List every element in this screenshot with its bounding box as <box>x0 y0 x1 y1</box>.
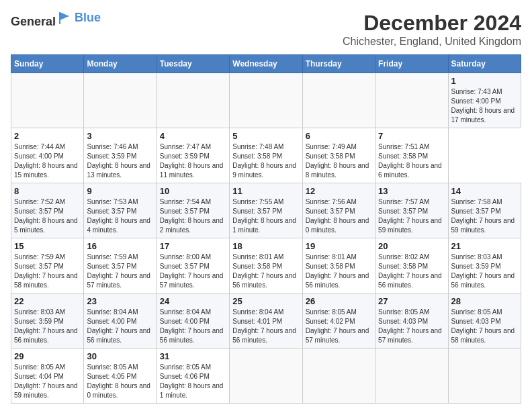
day-number: 9 <box>87 186 153 196</box>
day-info: Sunrise: 8:01 AMSunset: 3:58 PMDaylight:… <box>232 253 299 290</box>
calendar-day-14: 14Sunrise: 7:58 AMSunset: 3:57 PMDayligh… <box>448 183 521 238</box>
day-number: 27 <box>378 296 445 306</box>
day-number: 10 <box>160 186 226 196</box>
empty-cell <box>230 73 302 128</box>
weekday-row: SundayMondayTuesdayWednesdayThursdayFrid… <box>11 55 521 73</box>
calendar-week-5: 22Sunrise: 8:03 AMSunset: 3:59 PMDayligh… <box>11 293 521 349</box>
day-info: Sunrise: 7:49 AMSunset: 3:58 PMDaylight:… <box>306 142 372 180</box>
weekday-header-saturday: Saturday <box>448 55 521 73</box>
day-number: 20 <box>378 241 445 251</box>
empty-cell <box>375 73 448 128</box>
calendar-table: SundayMondayTuesdayWednesdayThursdayFrid… <box>11 54 521 404</box>
calendar-day-24: 24Sunrise: 8:04 AMSunset: 4:00 PMDayligh… <box>157 293 229 349</box>
calendar-day-22: 22Sunrise: 8:03 AMSunset: 3:59 PMDayligh… <box>11 293 84 349</box>
calendar-day-29: 29Sunrise: 8:05 AMSunset: 4:04 PMDayligh… <box>11 349 84 404</box>
day-info: Sunrise: 7:46 AMSunset: 3:59 PMDaylight:… <box>87 142 153 180</box>
logo: General Blue <box>11 11 101 29</box>
day-number: 1 <box>451 76 518 86</box>
calendar-week-1: 1Sunrise: 7:43 AMSunset: 4:00 PMDaylight… <box>11 73 521 128</box>
calendar-week-6: 29Sunrise: 8:05 AMSunset: 4:04 PMDayligh… <box>11 349 521 404</box>
day-info: Sunrise: 7:47 AMSunset: 3:59 PMDaylight:… <box>160 142 226 180</box>
calendar-day-10: 10Sunrise: 7:54 AMSunset: 3:57 PMDayligh… <box>157 183 229 238</box>
day-number: 7 <box>378 131 445 141</box>
day-number: 18 <box>232 241 299 251</box>
day-number: 22 <box>14 296 81 306</box>
calendar-day-5: 5Sunrise: 7:48 AMSunset: 3:58 PMDaylight… <box>230 128 302 183</box>
day-number: 11 <box>232 186 299 196</box>
calendar-week-3: 8Sunrise: 7:52 AMSunset: 3:57 PMDaylight… <box>11 183 521 238</box>
day-info: Sunrise: 7:44 AMSunset: 4:00 PMDaylight:… <box>14 142 81 180</box>
day-info: Sunrise: 7:53 AMSunset: 3:57 PMDaylight:… <box>87 197 153 235</box>
empty-cell <box>230 349 302 404</box>
day-number: 29 <box>14 351 81 361</box>
day-info: Sunrise: 8:03 AMSunset: 3:59 PMDaylight:… <box>451 253 518 290</box>
location-subtitle: Chichester, England, United Kingdom <box>343 36 521 48</box>
svg-marker-0 <box>60 12 69 20</box>
day-number: 6 <box>306 131 372 141</box>
calendar-day-26: 26Sunrise: 8:05 AMSunset: 4:02 PMDayligh… <box>302 293 375 349</box>
day-info: Sunrise: 7:59 AMSunset: 3:57 PMDaylight:… <box>14 253 81 290</box>
calendar-day-20: 20Sunrise: 8:02 AMSunset: 3:58 PMDayligh… <box>375 238 448 293</box>
day-number: 21 <box>451 241 518 251</box>
empty-cell <box>302 349 375 404</box>
calendar-day-19: 19Sunrise: 8:01 AMSunset: 3:58 PMDayligh… <box>302 238 375 293</box>
calendar-week-2: 2Sunrise: 7:44 AMSunset: 4:00 PMDaylight… <box>11 128 521 183</box>
empty-cell <box>11 73 84 128</box>
calendar-day-25: 25Sunrise: 8:04 AMSunset: 4:01 PMDayligh… <box>230 293 302 349</box>
page-header: General Blue December 2024 Chichester, E… <box>11 11 521 48</box>
calendar-day-4: 4Sunrise: 7:47 AMSunset: 3:59 PMDaylight… <box>157 128 229 183</box>
weekday-header-monday: Monday <box>84 55 157 73</box>
calendar-day-31: 31Sunrise: 8:05 AMSunset: 4:06 PMDayligh… <box>157 349 229 404</box>
day-info: Sunrise: 8:00 AMSunset: 3:57 PMDaylight:… <box>160 253 226 290</box>
empty-cell <box>302 73 375 128</box>
day-info: Sunrise: 8:04 AMSunset: 4:00 PMDaylight:… <box>160 308 226 345</box>
day-info: Sunrise: 7:58 AMSunset: 3:57 PMDaylight:… <box>451 197 518 235</box>
day-number: 8 <box>14 186 81 196</box>
calendar-day-27: 27Sunrise: 8:05 AMSunset: 4:03 PMDayligh… <box>375 293 448 349</box>
day-info: Sunrise: 8:04 AMSunset: 4:00 PMDaylight:… <box>87 308 153 345</box>
day-info: Sunrise: 7:54 AMSunset: 3:57 PMDaylight:… <box>160 197 226 235</box>
day-number: 14 <box>451 186 518 196</box>
weekday-header-thursday: Thursday <box>302 55 375 73</box>
empty-cell <box>375 349 448 404</box>
day-number: 5 <box>232 131 299 141</box>
day-info: Sunrise: 7:56 AMSunset: 3:57 PMDaylight:… <box>306 197 372 235</box>
weekday-header-wednesday: Wednesday <box>230 55 302 73</box>
calendar-day-12: 12Sunrise: 7:56 AMSunset: 3:57 PMDayligh… <box>302 183 375 238</box>
day-info: Sunrise: 8:05 AMSunset: 4:03 PMDaylight:… <box>378 308 445 345</box>
day-info: Sunrise: 8:04 AMSunset: 4:01 PMDaylight:… <box>232 308 299 345</box>
day-info: Sunrise: 8:02 AMSunset: 3:58 PMDaylight:… <box>378 253 445 290</box>
empty-cell <box>157 73 229 128</box>
day-number: 31 <box>160 351 226 361</box>
day-info: Sunrise: 7:52 AMSunset: 3:57 PMDaylight:… <box>14 197 81 235</box>
calendar-day-18: 18Sunrise: 8:01 AMSunset: 3:58 PMDayligh… <box>230 238 302 293</box>
day-number: 23 <box>87 296 153 306</box>
weekday-header-sunday: Sunday <box>11 55 84 73</box>
calendar-day-1: 1Sunrise: 7:43 AMSunset: 4:00 PMDaylight… <box>448 73 521 128</box>
logo-blue: Blue <box>75 11 101 25</box>
calendar-day-16: 16Sunrise: 7:59 AMSunset: 3:57 PMDayligh… <box>84 238 157 293</box>
calendar-day-8: 8Sunrise: 7:52 AMSunset: 3:57 PMDaylight… <box>11 183 84 238</box>
logo-flag-icon <box>57 11 72 26</box>
day-number: 15 <box>14 241 81 251</box>
day-number: 30 <box>87 351 153 361</box>
day-number: 3 <box>87 131 153 141</box>
calendar-body: 1Sunrise: 7:43 AMSunset: 4:00 PMDaylight… <box>11 73 521 404</box>
calendar-day-28: 28Sunrise: 8:05 AMSunset: 4:03 PMDayligh… <box>448 293 521 349</box>
day-number: 24 <box>160 296 226 306</box>
calendar-day-15: 15Sunrise: 7:59 AMSunset: 3:57 PMDayligh… <box>11 238 84 293</box>
day-number: 4 <box>160 131 226 141</box>
day-number: 28 <box>451 296 518 306</box>
day-info: Sunrise: 8:05 AMSunset: 4:06 PMDaylight:… <box>160 363 226 400</box>
empty-cell <box>448 349 521 404</box>
day-info: Sunrise: 7:55 AMSunset: 3:57 PMDaylight:… <box>232 197 299 235</box>
day-info: Sunrise: 7:57 AMSunset: 3:57 PMDaylight:… <box>378 197 445 235</box>
logo-text: General <box>11 11 72 29</box>
calendar-day-23: 23Sunrise: 8:04 AMSunset: 4:00 PMDayligh… <box>84 293 157 349</box>
day-number: 25 <box>232 296 299 306</box>
empty-cell <box>84 73 157 128</box>
day-number: 26 <box>306 296 372 306</box>
calendar-day-21: 21Sunrise: 8:03 AMSunset: 3:59 PMDayligh… <box>448 238 521 293</box>
day-info: Sunrise: 8:01 AMSunset: 3:58 PMDaylight:… <box>306 253 372 290</box>
calendar-day-13: 13Sunrise: 7:57 AMSunset: 3:57 PMDayligh… <box>375 183 448 238</box>
